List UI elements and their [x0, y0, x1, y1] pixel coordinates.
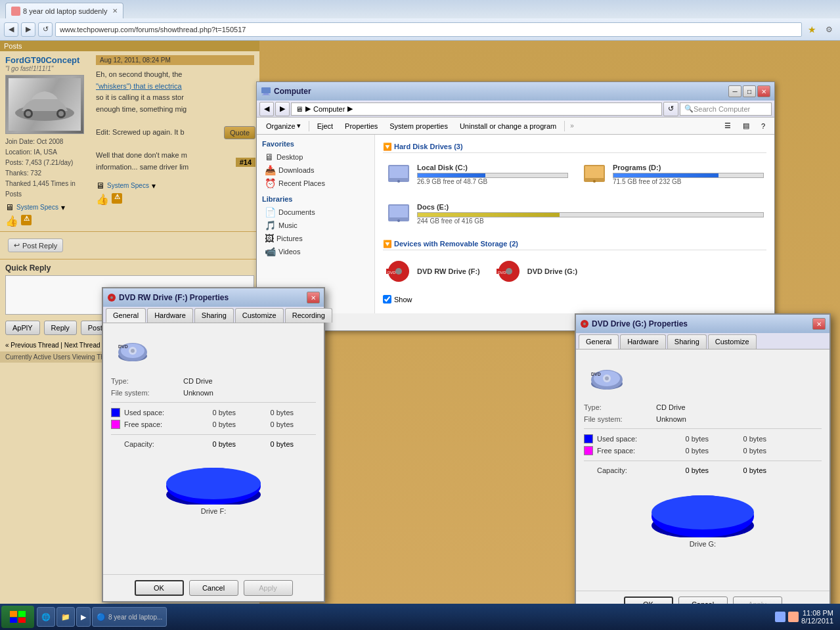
uninstall-btn[interactable]: Uninstall or change a program — [454, 120, 562, 133]
taskbar-chrome[interactable]: 🔵 8 year old laptop... — [92, 607, 167, 627]
drive-e-item[interactable]: Docs (E:) 244 GB free of 416 GB — [383, 198, 766, 229]
like-icon: 👍 — [5, 215, 18, 227]
post-reply-button[interactable]: ↩ Post Reply — [8, 238, 63, 252]
username[interactable]: FordGT90Concept — [5, 55, 91, 65]
dialog-g-used-row: Used space: 0 bytes 0 bytes — [584, 434, 822, 443]
dialog-g-title: DVD Drive (G:) Properties — [592, 319, 812, 328]
dialog-g-tab-hardware[interactable]: Hardware — [620, 334, 666, 349]
user-subtitle: "I go fast!1!11!1" — [5, 65, 91, 72]
nav-back-btn[interactable]: ◀ — [259, 102, 274, 116]
drive-f-item[interactable]: DVD DVD RW Drive (F:) — [383, 256, 483, 287]
specs-link[interactable]: System Specs — [16, 204, 58, 211]
eject-btn[interactable]: Eject — [312, 120, 338, 133]
dialog-g-pie-chart — [644, 485, 762, 537]
dialog-g-close-btn[interactable]: ✕ — [812, 318, 826, 330]
dialog-g-cap-bytes1: 0 bytes — [656, 466, 709, 474]
libraries-section: Libraries 📄 Documents 🎵 Music 🖼 Pictures — [262, 195, 369, 258]
dialog-g-sep2 — [584, 461, 822, 461]
sidebar-pictures[interactable]: 🖼 Pictures — [262, 232, 369, 245]
sidebar-documents[interactable]: 📄 Documents — [262, 206, 369, 219]
taskbar-explorer[interactable]: 📁 — [56, 607, 75, 627]
dialog-f-cancel-btn[interactable]: Cancel — [189, 580, 238, 596]
dialog-g-tab-sharing[interactable]: Sharing — [667, 334, 707, 349]
dialog-f-ok-btn[interactable]: OK — [135, 580, 184, 596]
more-btn[interactable]: » — [570, 122, 574, 129]
taskbar-app-title: 8 year old laptop... — [108, 614, 162, 621]
sidebar-videos[interactable]: 📹 Videos — [262, 245, 369, 258]
dialog-f-apply-btn[interactable]: Apply — [244, 580, 293, 596]
sidebar-recent[interactable]: ⏰ Recent Places — [262, 177, 369, 190]
like2-icon: 👍 — [96, 193, 109, 206]
properties-btn[interactable]: Properties — [340, 120, 383, 133]
drive-g-item[interactable]: DVD DVD Drive (G:) — [493, 256, 580, 287]
dialog-g-free-bytes1: 0 bytes — [656, 447, 709, 455]
organize-btn[interactable]: Organize ▾ — [261, 120, 306, 133]
taskbar-wmp[interactable]: ▶ — [76, 607, 91, 627]
dialog-g-tab-general[interactable]: General — [579, 334, 619, 349]
settings-wrench-icon[interactable]: ⚙ — [822, 22, 836, 37]
refresh-nav-btn[interactable]: ↺ — [663, 102, 678, 116]
dialog-f-tab-general[interactable]: General — [106, 308, 146, 323]
drive-d-item[interactable]: Programs (D:) 71.5 GB free of 232 GB — [579, 158, 766, 190]
view-change-btn[interactable]: ☰ — [719, 120, 736, 133]
system-properties-btn[interactable]: System properties — [384, 120, 453, 133]
browser-tab[interactable]: 8 year old laptop suddenly ✕ — [5, 3, 123, 18]
view-type-btn[interactable]: ▤ — [738, 120, 755, 133]
tray-sound-icon[interactable] — [788, 612, 799, 622]
tray-network-icon[interactable] — [775, 612, 785, 622]
nav-forward-btn[interactable]: ▶ — [275, 102, 290, 116]
dialog-f-cap-row: Capacity: 0 bytes 0 bytes — [111, 440, 316, 448]
specs-row: 🖥 System Specs ▾ — [5, 202, 91, 212]
forward-btn[interactable]: ▶ — [21, 22, 35, 37]
removable-section-header: 🔽 Devices with Removable Storage (2) — [383, 240, 766, 250]
address-breadcrumb[interactable]: 🖥 ▶ Computer ▶ — [291, 102, 662, 116]
specs-link2[interactable]: System Specs — [107, 182, 149, 189]
help-btn[interactable]: ? — [756, 120, 770, 133]
dialog-g-tab-customize[interactable]: Customize — [708, 334, 757, 349]
dialog-f-tab-customize[interactable]: Customize — [235, 308, 284, 323]
dialog-f-tab-recording[interactable]: Recording — [285, 308, 332, 323]
dialog-g-free-row: Free space: 0 bytes 0 bytes — [584, 446, 822, 455]
svg-point-42 — [605, 376, 609, 380]
apply-button[interactable]: ApPlY — [5, 321, 40, 335]
address-bar[interactable]: www.techpowerup.com/forums/showthread.ph… — [55, 22, 802, 37]
properties-label: Properties — [345, 122, 378, 130]
explorer-minimize-btn[interactable]: ─ — [728, 85, 741, 97]
sidebar-music[interactable]: 🎵 Music — [262, 219, 369, 232]
dialog-g-tabs: General Hardware Sharing Customize — [576, 333, 829, 349]
dialog-f-close-btn[interactable]: ✕ — [307, 292, 320, 304]
dialog-f-tab-sharing[interactable]: Sharing — [194, 308, 234, 323]
dialog-f-dvd-icon: DVD — [116, 336, 149, 369]
start-button[interactable] — [1, 606, 34, 628]
svg-rect-50 — [18, 618, 26, 623]
back-btn[interactable]: ◀ — [4, 22, 18, 37]
taskbar-ie[interactable]: 🌐 — [37, 607, 55, 627]
quote-button[interactable]: Quote — [224, 126, 255, 139]
sidebar-downloads[interactable]: 📥 Downloads — [262, 164, 369, 177]
whiskers-link[interactable]: "whiskers") that is electrica — [96, 82, 182, 90]
favorites-header: Favorites — [262, 140, 369, 148]
svg-point-31 — [131, 349, 135, 353]
sys-props-label: System properties — [389, 122, 448, 130]
refresh-btn[interactable]: ↺ — [38, 22, 53, 37]
explorer-toolbar2: Organize ▾ Eject Properties System prope… — [257, 118, 774, 135]
search-icon: 🔍 — [684, 104, 694, 113]
reply-button[interactable]: Reply — [44, 321, 77, 335]
show-checkbox[interactable] — [383, 295, 391, 304]
bookmark-star-icon[interactable]: ★ — [805, 22, 819, 37]
drive-d-bar-fill — [613, 173, 718, 177]
explorer-title-text: Computer — [274, 87, 728, 96]
tab-close-btn[interactable]: ✕ — [112, 7, 118, 14]
hdd-expand-icon: 🔽 — [383, 143, 392, 150]
explorer-maximize-btn[interactable]: □ — [743, 85, 756, 97]
next-thread-link[interactable]: Next Thread — [64, 342, 100, 349]
dialog-f-tab-hardware[interactable]: Hardware — [147, 308, 193, 323]
sidebar-desktop[interactable]: 🖥 Desktop — [262, 150, 369, 164]
prev-thread-link[interactable]: Previous Thread — [11, 342, 58, 349]
svg-rect-9 — [389, 166, 408, 178]
explorer-close-btn[interactable]: ✕ — [757, 85, 770, 97]
drive-e-icon — [386, 200, 412, 227]
dialog-g-dvd-icon-area: DVD — [584, 357, 822, 403]
search-box[interactable]: 🔍 Search Computer — [680, 102, 772, 116]
drive-c-item[interactable]: Local Disk (C:) 26.9 GB free of 48.7 GB — [383, 158, 571, 190]
